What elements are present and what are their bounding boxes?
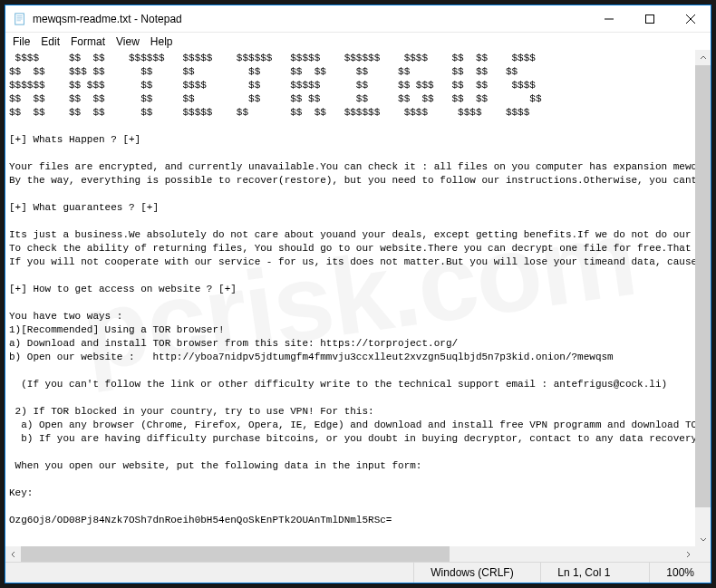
chevron-left-icon (10, 551, 17, 558)
close-button[interactable] (670, 5, 711, 32)
menu-format[interactable]: Format (65, 34, 111, 49)
chevron-down-icon (700, 535, 707, 543)
menubar: File Edit Format View Help (5, 33, 711, 50)
menu-view[interactable]: View (111, 34, 145, 49)
minimize-icon (605, 14, 614, 24)
svg-rect-6 (645, 14, 653, 23)
chevron-right-icon (684, 551, 692, 558)
scroll-thumb-horizontal[interactable] (21, 546, 450, 562)
chevron-up-icon (700, 54, 707, 62)
maximize-icon (645, 14, 654, 24)
scroll-left-button[interactable] (5, 546, 21, 562)
scroll-thumb-vertical[interactable] (695, 65, 711, 507)
scroll-down-button[interactable] (695, 531, 711, 546)
status-encoding: Windows (CRLF) (413, 563, 540, 583)
scroll-corner (695, 546, 711, 562)
window-controls (588, 5, 711, 32)
notepad-icon (13, 12, 27, 26)
scroll-up-button[interactable] (695, 50, 711, 65)
minimize-button[interactable] (588, 5, 629, 32)
text-content[interactable]: $$$$ $$ $$ $$$$$$ $$$$$ $$$$$$ $$$$$ $$$… (5, 50, 695, 546)
horizontal-scrollbar[interactable] (5, 546, 695, 562)
status-position: Ln 1, Col 1 (540, 563, 649, 583)
notepad-window: mewqsm-readme.txt - Notepad File Edit Fo… (5, 5, 711, 583)
scroll-track-horizontal[interactable] (21, 546, 680, 562)
close-icon (686, 14, 695, 24)
menu-file[interactable]: File (7, 34, 35, 49)
maximize-button[interactable] (629, 5, 670, 32)
titlebar: mewqsm-readme.txt - Notepad (5, 5, 711, 33)
scroll-track-vertical[interactable] (695, 65, 711, 531)
status-zoom: 100% (649, 563, 711, 583)
menu-edit[interactable]: Edit (35, 34, 65, 49)
scroll-right-button[interactable] (680, 546, 695, 562)
statusbar: Windows (CRLF) Ln 1, Col 1 100% (5, 562, 711, 583)
text-editor[interactable]: $$$$ $$ $$ $$$$$$ $$$$$ $$$$$$ $$$$$ $$$… (5, 50, 711, 562)
menu-help[interactable]: Help (145, 34, 179, 49)
window-title: mewqsm-readme.txt - Notepad (33, 13, 588, 25)
vertical-scrollbar[interactable] (695, 50, 711, 546)
